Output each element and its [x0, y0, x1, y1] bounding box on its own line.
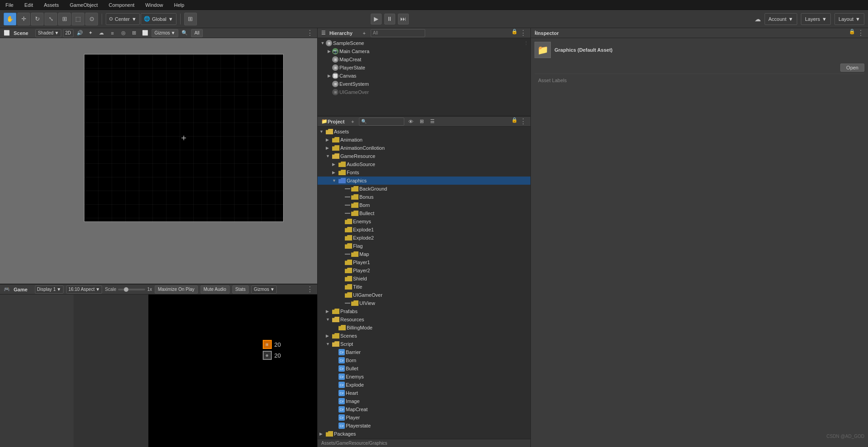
proj-explode1[interactable]: Explode1	[318, 226, 530, 234]
inspector-menu-btn[interactable]: ⋮	[857, 29, 864, 37]
hierarchy-lock-icon[interactable]: 🔒	[511, 29, 518, 37]
hierarchy-add-btn[interactable]: +	[360, 29, 369, 37]
mute-btn[interactable]: Mute Audio	[201, 285, 230, 294]
pp-icon[interactable]: ⊞	[130, 29, 139, 37]
project-add-btn[interactable]: +	[348, 118, 357, 126]
scene-root-item[interactable]: ▼ ⊞ SampleScene ⋮	[318, 39, 530, 47]
project-menu-btn[interactable]: ⋮	[520, 117, 527, 126]
layout-dropdown[interactable]: Layout ▼	[834, 13, 864, 25]
proj-flag[interactable]: Flag	[318, 242, 530, 250]
menu-help[interactable]: Help	[172, 1, 186, 9]
open-button[interactable]: Open	[840, 64, 864, 72]
account-dropdown[interactable]: Account ▼	[765, 13, 798, 25]
aspect-dropdown[interactable]: 16:10 Aspect ▼	[66, 285, 103, 294]
menu-component[interactable]: Component	[107, 1, 136, 9]
proj-uigameover-folder[interactable]: UIGameOver	[318, 291, 530, 299]
proj-shield[interactable]: Shield	[318, 275, 530, 283]
stats-btn[interactable]: Stats	[232, 285, 249, 294]
proj-mapcreat-cs[interactable]: C# MapCreat	[318, 405, 530, 413]
proj-packages[interactable]: ▶ Packages	[318, 430, 530, 438]
proj-prafabs[interactable]: ▶ Prafabs	[318, 307, 530, 315]
skybox-icon[interactable]: ☁	[97, 29, 106, 37]
hierarchy-playerstate[interactable]: ⊞ PlayerState	[318, 64, 530, 72]
search-scene-icon[interactable]: 🔍	[180, 29, 189, 37]
proj-image-cs[interactable]: C# Image	[318, 397, 530, 405]
proj-animconllotion[interactable]: ▶ AnimationConllotion	[318, 144, 530, 152]
menu-gameobject[interactable]: GameObject	[68, 1, 100, 9]
proj-gameresource[interactable]: ▼ GameResource	[318, 152, 530, 160]
move-tool[interactable]: ✛	[17, 13, 30, 25]
rect-tool[interactable]: ⬚	[72, 13, 84, 25]
pause-button[interactable]: ⏸	[384, 14, 395, 25]
assets-root[interactable]: ▼ Assets	[318, 128, 530, 136]
menu-file[interactable]: File	[4, 1, 15, 9]
gizmos-dropdown[interactable]: Gizmos ▼	[152, 29, 179, 37]
hierarchy-mapcreat[interactable]: ⊞ MapCreat	[318, 55, 530, 64]
menu-window[interactable]: Window	[143, 1, 165, 9]
maximize-btn[interactable]: Maximize On Play	[155, 285, 198, 294]
proj-explode-cs[interactable]: C# Explode	[318, 381, 530, 389]
hierarchy-search[interactable]: All	[371, 29, 425, 37]
menu-edit[interactable]: Edit	[23, 1, 35, 9]
scene-viewport[interactable]	[84, 54, 284, 222]
hierarchy-menu-btn[interactable]: ⋮	[520, 29, 527, 37]
proj-bullect[interactable]: Bullect	[318, 209, 530, 217]
proj-billingmode[interactable]: BillingMode	[318, 324, 530, 332]
proj-explode2[interactable]: Explode2	[318, 234, 530, 242]
all-btn[interactable]: All	[191, 29, 202, 37]
display-dropdown[interactable]: Display 1 ▼	[35, 285, 64, 294]
scale-slider[interactable]	[118, 289, 145, 290]
center-dropdown[interactable]: ⊙ Center ▼	[106, 13, 140, 25]
proj-script[interactable]: ▼ Script	[318, 340, 530, 348]
aspect-icon[interactable]: ⬜	[141, 29, 150, 37]
proj-fonts[interactable]: ▶ Fonts	[318, 168, 530, 177]
rotate-tool[interactable]: ↻	[31, 13, 44, 25]
proj-heart-cs[interactable]: C# Heart	[318, 389, 530, 397]
project-filter-icon[interactable]: ⊞	[417, 118, 426, 126]
inspector-lock-icon[interactable]: 🔒	[849, 29, 855, 37]
hierarchy-main-camera[interactable]: ▶ 📷 Main Camera	[318, 47, 530, 55]
step-button[interactable]: ⏭	[398, 14, 409, 25]
proj-map[interactable]: Map	[318, 250, 530, 258]
hand-tool[interactable]: ✋	[4, 13, 16, 25]
scene-context-btn[interactable]: ⋮	[524, 40, 529, 46]
proj-scenes[interactable]: ▶ Scenes	[318, 332, 530, 340]
proj-enemys[interactable]: Enemys	[318, 217, 530, 226]
proj-bullet-cs[interactable]: C# Bullet	[318, 364, 530, 373]
game-menu-btn[interactable]: ⋮	[306, 285, 314, 294]
project-search[interactable]: 🔍	[359, 118, 404, 126]
project-layout-icon[interactable]: ☰	[428, 118, 437, 126]
proj-audiosource[interactable]: ▶ AudioSource	[318, 160, 530, 168]
hierarchy-canvas[interactable]: ▶ ⬜ Canvas	[318, 72, 530, 80]
fog-icon[interactable]: ≡	[108, 29, 117, 37]
flare-icon[interactable]: ◎	[119, 29, 128, 37]
scene-menu-btn[interactable]: ⋮	[306, 29, 314, 37]
proj-born[interactable]: Born	[318, 201, 530, 209]
audio-icon[interactable]: 🔊	[75, 29, 84, 37]
proj-player1[interactable]: Player1	[318, 258, 530, 266]
proj-player2[interactable]: Player2	[318, 266, 530, 275]
proj-uiview[interactable]: UIView	[318, 299, 530, 307]
project-lock-icon[interactable]: 🔒	[511, 117, 518, 126]
global-dropdown[interactable]: 🌐 Global ▼	[141, 13, 177, 25]
transform-tool[interactable]: ⊞	[58, 13, 71, 25]
custom-tool[interactable]: ⊙	[85, 13, 98, 25]
proj-enemys-cs[interactable]: C# Enemys	[318, 373, 530, 381]
scale-tool[interactable]: ⤡	[44, 13, 57, 25]
layers-dropdown[interactable]: Layers ▼	[801, 13, 831, 25]
shading-dropdown[interactable]: Shaded ▼	[35, 29, 61, 37]
hierarchy-uigameover[interactable]: ⊞ UIGameOver	[318, 88, 530, 96]
proj-graphics[interactable]: ▼ Graphics	[318, 177, 530, 185]
snap-tool[interactable]: ⊞	[184, 13, 197, 25]
proj-born-cs[interactable]: C# Born	[318, 356, 530, 364]
proj-background[interactable]: BackGround	[318, 185, 530, 193]
proj-playerstate-cs[interactable]: C# Playerstate	[318, 422, 530, 430]
game-gizmos-dropdown[interactable]: Gizmos ▼	[251, 285, 277, 294]
menu-assets[interactable]: Assets	[42, 1, 61, 9]
project-eye-icon[interactable]: 👁	[406, 118, 415, 126]
mode-2d-btn[interactable]: 2D	[63, 29, 74, 37]
fx-icon[interactable]: ✦	[86, 29, 95, 37]
proj-player-cs[interactable]: C# Player	[318, 413, 530, 422]
proj-bonus[interactable]: Bonus	[318, 193, 530, 201]
hierarchy-eventsystem[interactable]: ⊞ EventSystem	[318, 80, 530, 88]
